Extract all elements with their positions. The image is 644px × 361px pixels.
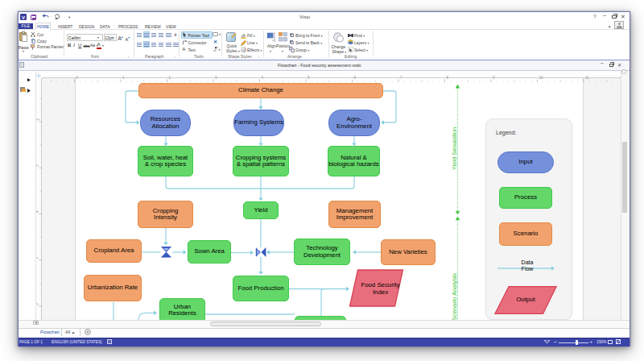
svg-text:2: 2	[36, 303, 40, 305]
svg-text:-: -	[51, 14, 52, 19]
svg-text:6: 6	[354, 76, 357, 80]
svg-text:1: 1	[122, 76, 125, 80]
svg-text:3: 3	[36, 256, 40, 259]
svg-text:▾: ▾	[68, 15, 71, 19]
svg-text:3: 3	[215, 76, 217, 80]
svg-text:0: 0	[76, 76, 79, 80]
svg-text:4: 4	[262, 76, 264, 80]
svg-text:11: 11	[585, 76, 589, 80]
svg-text:4: 4	[36, 210, 40, 213]
svg-text:2: 2	[169, 76, 171, 80]
svg-text:10: 10	[539, 76, 544, 80]
svg-text:5: 5	[308, 76, 310, 80]
svg-text:8: 8	[447, 76, 449, 80]
svg-text:5: 5	[36, 164, 40, 167]
svg-text:9: 9	[493, 76, 495, 80]
svg-text:6: 6	[36, 118, 40, 121]
svg-text:7: 7	[400, 76, 402, 80]
